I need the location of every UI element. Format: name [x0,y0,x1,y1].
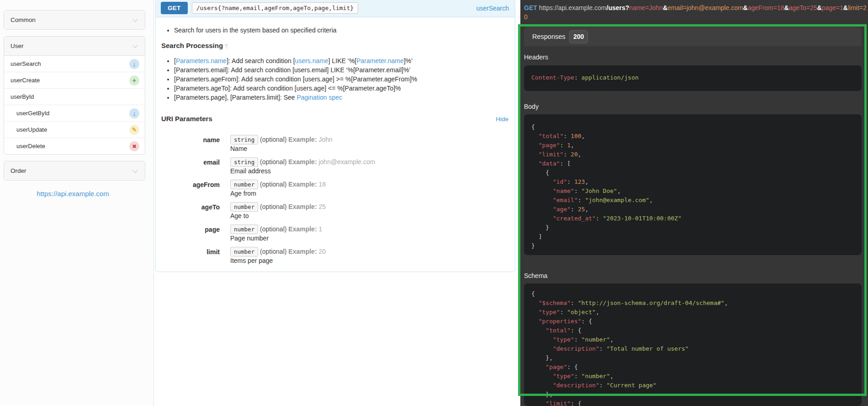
search-processing-item: [Parameters.ageFrom]: Add search conditi… [174,75,509,84]
uri-parameter-row: emailstring (optional) Example: john@exa… [161,157,509,176]
sidebar-item-userById[interactable]: userById [4,88,145,105]
inline-link[interactable]: Parameters.name [176,57,227,64]
code-line: "limit": 20, [531,150,854,159]
schema-code-block: { "$schema": "http://json-schema.org/dra… [524,283,862,406]
action-card: GET /users{?name,email,ageFrom,ageTo,pag… [155,0,515,272]
sidebar-item-userGetById[interactable]: userGetById↓ [4,105,145,121]
param-type: number [230,224,258,234]
request-token: email=john@example.com [667,4,743,11]
host-link[interactable]: https://api.example.com [0,190,146,198]
request-token: & [817,4,822,11]
code-line: "created_at": "2023-10-01T10:00:00Z" [531,214,854,223]
param-type: string [230,157,258,167]
action-card-body: Search for users in the system based on … [156,17,515,274]
code-line: "data": [ [531,159,854,168]
sidebar: CommonUseruserSearch↓userCreate+userById… [0,0,154,406]
code-line: ] [531,232,854,241]
code-line: "description": "Current page" [531,381,854,390]
param-name: email [161,157,220,176]
sidebar-group-order: Order [4,161,145,181]
param-type: string [230,135,258,144]
uri-parameters-list: namestring (optional) Example: JohnNamee… [161,135,509,265]
request-token: & [843,4,848,11]
param-description: Age from [230,189,326,198]
param-description: Email address [230,166,375,176]
param-example-value: 25 [318,203,326,210]
code-line: "$schema": "http://json-schema.org/draft… [531,299,854,308]
request-token: & [784,4,789,11]
sidebar-item-userCreate[interactable]: userCreate+ [4,72,145,88]
code-line: "total": 100, [531,132,854,141]
code-line: "name": "John Doe", [531,187,854,196]
sidebar-item-userDelete[interactable]: userDelete✖ [4,138,145,154]
search-processing-item: [Parameters.name]: Add search condition … [174,56,509,65]
put-method-icon: ✎ [129,125,139,135]
request-token: GET [524,4,537,11]
param-type: number [230,180,258,189]
hide-link[interactable]: Hide [496,115,508,124]
sidebar-item-userUpdate[interactable]: userUpdate✎ [4,121,145,138]
responses-label: Responses [532,27,566,46]
param-description: Items per page [230,256,326,265]
code-line: "properties": { [531,317,854,326]
param-example-value: john@example.com [318,158,375,166]
search-processing-item: [Parameters.ageTo]: Add search condition… [174,84,509,93]
param-name: limit [161,247,220,265]
chevron-down-icon [132,167,138,172]
param-modifier: (optional) [260,248,286,255]
example-request-url: GET https://api.example.com/users?name=J… [520,0,868,21]
search-processing-item: [Parameters.email]: Add search condition… [174,65,509,75]
code-line: { [531,123,854,132]
delete-method-icon: ✖ [129,141,139,151]
param-description: Name [230,144,333,153]
search-processing-heading: Search Processing ¶ [161,41,509,51]
param-modifier: (optional) [260,203,286,210]
inline-link[interactable]: Pagination spec [296,94,342,101]
description-list: Search for users in the system based on … [161,26,509,35]
param-name: ageFrom [161,180,220,198]
uri-parameter-row: ageTonumber (optional) Example: 25Age to [161,202,509,220]
param-modifier: (optional) [260,136,286,143]
uri-parameter-row: ageFromnumber (optional) Example: 18Age … [161,180,509,198]
request-token: /users? [607,4,630,11]
code-line: "description": "Total number of users" [531,344,854,353]
sidebar-group-common: Common [4,10,145,30]
get-method-icon: ↓ [129,108,139,118]
code-line: "type": "number", [531,335,854,344]
sidebar-group-header-user[interactable]: User [4,37,145,56]
param-example-label: Example: [288,181,317,188]
param-modifier: (optional) [260,225,286,233]
sidebar-group-header-common[interactable]: Common [4,11,145,29]
code-line: "limit": { [531,399,854,406]
code-line: Content-Type: application/json [531,73,854,82]
request-token: & [663,4,667,11]
sidebar-group-header-order[interactable]: Order [4,161,145,180]
status-200-button[interactable]: 200 [569,30,588,43]
code-line: } [531,241,854,251]
method-badge[interactable]: GET [161,2,188,14]
sidebar-item-userSearch[interactable]: userSearch↓ [4,56,145,72]
sidebar-groups: CommonUseruserSearch↓userCreate+userById… [0,10,153,181]
uri-parameter-row: limitnumber (optional) Example: 20Items … [161,247,509,265]
param-example-label: Example: [288,248,317,255]
code-line: "id": 123, [531,177,854,187]
param-example-value: 18 [318,181,326,188]
action-card-header: GET /users{?name,email,ageFrom,ageTo,pag… [156,0,515,17]
code-line: "email": "john@example.com", [531,196,854,205]
param-example-value: John [318,136,332,143]
code-line: }, [531,390,854,399]
param-example-label: Example: [288,136,317,143]
param-modifier: (optional) [260,181,286,188]
code-line: "total": { [531,326,854,335]
request-token: name=John [629,4,663,11]
code-line: "age": 25, [531,205,854,214]
chevron-down-icon [132,43,138,48]
inline-link[interactable]: Parameter.name [356,57,404,64]
code-line: "type": "number", [531,372,854,381]
example-panel: GET https://api.example.com/users?name=J… [520,0,868,406]
param-name: ageTo [161,202,220,220]
request-token: page=1 [822,4,843,11]
inline-link[interactable]: users.name [295,57,328,64]
param-example-label: Example: [288,203,317,210]
permalink[interactable]: userSearch [476,5,509,12]
